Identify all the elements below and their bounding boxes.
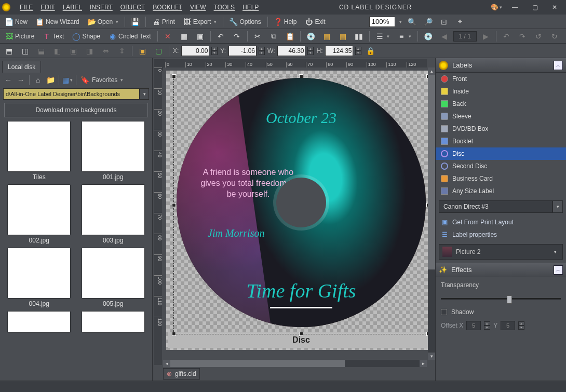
x-spinner[interactable]: ▴▾	[211, 47, 218, 55]
menu-tools[interactable]: TOOLS	[211, 2, 238, 13]
canvas-viewport[interactable]: October 23 A friend is someone who gives…	[163, 67, 435, 367]
path-dropdown[interactable]: ▾	[140, 88, 149, 100]
disc-title-text[interactable]: Time for Gifts	[246, 279, 356, 302]
picture-button[interactable]: 🖼Picture	[2, 31, 37, 42]
w-spinner[interactable]: ▴▾	[307, 47, 314, 55]
thumb-005[interactable]: 005.jpg	[78, 248, 149, 307]
rotate-left-button[interactable]: ↶	[214, 31, 228, 42]
bring-front-button[interactable]: ▣	[136, 45, 150, 56]
nav-back-button[interactable]: ←	[3, 75, 14, 85]
thumb-003[interactable]: 003.jpg	[78, 185, 149, 244]
nav-home-button[interactable]: ⌂	[33, 75, 43, 85]
favorites-button[interactable]: Favorites	[92, 76, 117, 84]
align-dist-v-button[interactable]: ⇕	[115, 45, 129, 56]
label-properties-link[interactable]: ☰Label properties	[436, 228, 566, 241]
align-dist-h-button[interactable]: ⇔	[99, 45, 113, 56]
label-dvd-box[interactable]: DVD/BD Box	[436, 123, 566, 135]
canvas[interactable]: October 23 A friend is someone who gives…	[166, 71, 435, 350]
burn-button[interactable]: 💿	[421, 31, 435, 42]
text-button[interactable]: TText	[39, 31, 67, 42]
zoom-dropdown[interactable]: ▾	[397, 18, 403, 26]
disc-label[interactable]: October 23 A friend is someone who gives…	[177, 78, 426, 327]
shape-button[interactable]: ◯Shape	[69, 31, 103, 42]
zoom-input[interactable]	[369, 17, 395, 27]
insert-field1-button[interactable]: ▤	[320, 31, 334, 42]
thumb-002[interactable]: 002.jpg	[4, 185, 74, 244]
shadow-row[interactable]: Shadow	[441, 308, 561, 316]
printer-dropdown[interactable]: ▾	[552, 200, 563, 213]
next-page-button[interactable]: ▶	[479, 31, 493, 42]
clip-button[interactable]: ▣	[193, 31, 207, 42]
undo2-button[interactable]: ↺	[532, 31, 546, 42]
align-top-button[interactable]: ⬒	[2, 45, 16, 56]
send-back-button[interactable]: ▢	[152, 45, 166, 56]
menu-help[interactable]: HELP	[239, 2, 262, 13]
list1-button[interactable]: ☰▾	[373, 31, 393, 42]
circled-text-button[interactable]: ◉Circled Text	[105, 31, 154, 42]
picture-dropdown[interactable]: ▾	[551, 249, 559, 254]
label-business-card[interactable]: Business Card	[436, 172, 566, 185]
exit-button[interactable]: ⏻Exit	[302, 16, 328, 27]
offset-x-spinner[interactable]: ▴▾	[484, 321, 490, 330]
label-inside[interactable]: Inside	[436, 85, 566, 98]
menu-label[interactable]: LABEL	[60, 2, 85, 13]
lock-aspect-button[interactable]: 🔒	[363, 45, 378, 56]
view-mode-button[interactable]: ▦▾	[62, 75, 73, 85]
menu-object[interactable]: OBJECT	[117, 2, 148, 13]
tab-local-disk[interactable]: Local disk	[2, 61, 41, 73]
labels-collapse-button[interactable]: ︿	[554, 61, 563, 70]
printer-select[interactable]: Canon Direct #3 ▾	[439, 200, 563, 213]
thumb-006[interactable]	[4, 312, 74, 332]
help-button[interactable]: ❓Help	[271, 16, 300, 27]
offset-y-input[interactable]	[501, 321, 515, 330]
zoom-sel-button[interactable]: ⌖	[453, 16, 467, 27]
horizontal-scrollbar[interactable]: ◂▸	[163, 360, 427, 367]
maximize-button[interactable]: ▢	[525, 1, 544, 13]
w-input[interactable]	[277, 46, 305, 56]
align-middle-button[interactable]: ◫	[18, 45, 32, 56]
thumb-001[interactable]: 001.jpg	[78, 121, 149, 181]
picture-select[interactable]: Picture 2 ▾	[439, 244, 563, 260]
labels-header[interactable]: Labels ︿	[436, 58, 566, 73]
menu-file[interactable]: FILE	[17, 2, 36, 13]
label-disc[interactable]: Disc	[436, 147, 566, 160]
label-second-disc[interactable]: Second Disc	[436, 160, 566, 172]
minimize-button[interactable]: —	[506, 1, 524, 13]
transparency-slider[interactable]	[441, 294, 561, 303]
redo-button[interactable]: ↷	[516, 31, 530, 42]
disc-date-text[interactable]: October 23	[266, 109, 336, 127]
zoom-fit-button[interactable]: ⊡	[437, 16, 451, 27]
undo-button[interactable]: ↶	[500, 31, 514, 42]
new-button[interactable]: 📄New	[2, 16, 31, 27]
label-any-size[interactable]: Any Size Label	[436, 185, 566, 197]
thumb-004[interactable]: 004.jpg	[4, 248, 74, 307]
list2-button[interactable]: ≡▾	[395, 31, 414, 42]
y-spinner[interactable]: ▴▾	[259, 47, 265, 55]
label-booklet[interactable]: Booklet	[436, 135, 566, 147]
h-input[interactable]	[325, 46, 353, 56]
paste-button[interactable]: 📋	[283, 31, 297, 42]
close-button[interactable]: ✕	[545, 1, 564, 13]
disc-author-text[interactable]: Jim Morrison	[208, 227, 264, 239]
copy-button[interactable]: ⧉	[267, 31, 281, 42]
offset-y-spinner[interactable]: ▴▾	[518, 321, 524, 330]
insert-disc-button[interactable]: 💿	[304, 31, 318, 42]
path-input[interactable]: d\All-in-One Label Designer\bin\Backgrou…	[3, 88, 140, 100]
menu-edit[interactable]: EDIT	[37, 2, 58, 13]
align-right-button[interactable]: ◨	[83, 45, 97, 56]
bookmark-icon[interactable]: 🔖	[79, 75, 90, 85]
file-tab[interactable]: ⊗gifts.cld	[163, 368, 200, 380]
new-wizard-button[interactable]: 📋New Wizard	[33, 16, 83, 27]
label-back[interactable]: Back	[436, 98, 566, 110]
open-button[interactable]: 📂Open▾	[85, 16, 122, 27]
effects-collapse-button[interactable]: ︿	[554, 265, 563, 275]
menu-view[interactable]: VIEW	[187, 2, 209, 13]
zoom-in-button[interactable]: 🔍	[405, 16, 419, 27]
rotate-right-button[interactable]: ↷	[230, 31, 244, 42]
effects-header[interactable]: ✨ Effects ︿	[436, 263, 566, 277]
crop-button[interactable]: ▦	[177, 31, 191, 42]
save-button[interactable]: 💾	[128, 16, 142, 27]
menu-insert[interactable]: INSERT	[87, 2, 116, 13]
cut-button[interactable]: ✂	[251, 31, 265, 42]
redo2-button[interactable]: ↻	[548, 31, 562, 42]
